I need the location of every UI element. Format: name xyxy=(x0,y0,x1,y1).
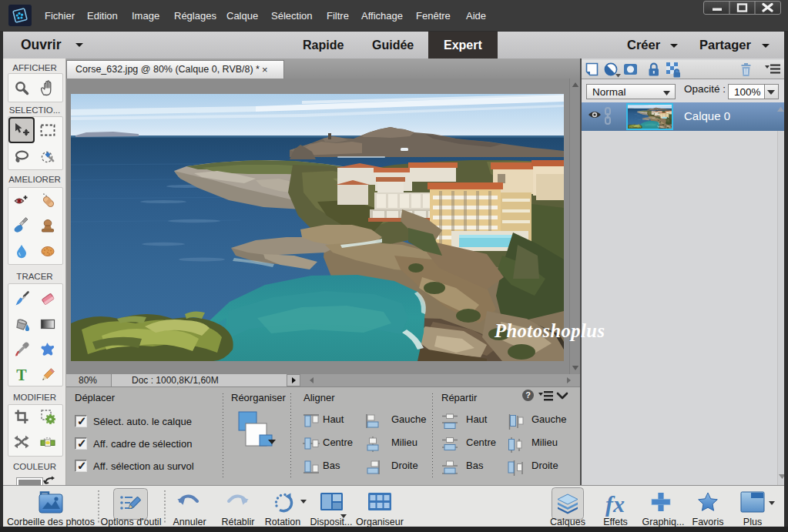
svg-text:fx: fx xyxy=(605,491,625,517)
svg-text:T: T xyxy=(16,366,27,383)
